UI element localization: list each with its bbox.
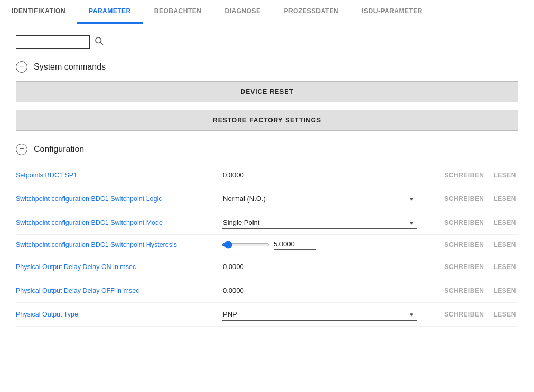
param-label-setpoints-bdc1-sp1: Setpoints BDC1 SP1 xyxy=(16,171,217,179)
configuration-header: − Configuration xyxy=(16,144,518,155)
schreiben-link-physical-delay-on[interactable]: SCHREIBEN xyxy=(442,263,486,271)
schreiben-link-switchpoint-config-hysteresis[interactable]: SCHREIBEN xyxy=(442,241,486,248)
param-label-physical-delay-off: Physical Output Delay Delay OFF in msec xyxy=(16,287,217,294)
param-row: Setpoints BDC1 SP1SCHREIBENLESEN xyxy=(16,164,518,187)
param-input-physical-delay-off[interactable] xyxy=(222,284,296,297)
search-button[interactable] xyxy=(93,35,105,49)
tab-prozessdaten[interactable]: PROZESSDATEN xyxy=(272,0,350,24)
configuration-title: Configuration xyxy=(34,145,84,154)
param-label-switchpoint-config-logic: Switchpoint configuration BDC1 Switchpoi… xyxy=(16,195,217,203)
param-row: Switchpoint configuration BDC1 Switchpoi… xyxy=(16,187,518,211)
schreiben-link-physical-delay-off[interactable]: SCHREIBEN xyxy=(442,287,486,294)
param-input-wrap-physical-delay-off xyxy=(222,284,437,297)
lesen-link-switchpoint-config-hysteresis[interactable]: LESEN xyxy=(491,241,518,248)
slider-wrap-switchpoint-config-hysteresis: 5.0000 xyxy=(222,240,316,250)
schreiben-link-switchpoint-config-mode[interactable]: SCHREIBEN xyxy=(442,219,486,226)
search-icon xyxy=(94,36,104,45)
param-row: Switchpoint configuration BDC1 Switchpoi… xyxy=(16,235,518,255)
param-row: Physical Output Delay Delay ON in msecSC… xyxy=(16,255,518,279)
lesen-link-setpoints-bdc1-sp1[interactable]: LESEN xyxy=(491,171,518,179)
tab-bar: IDENTIFIKATION PARAMETER BEOBACHTEN DIAG… xyxy=(0,0,534,24)
minus-icon-config: − xyxy=(19,145,24,153)
svg-line-1 xyxy=(100,42,102,44)
device-reset-button[interactable]: DEVICE RESET xyxy=(16,81,518,102)
select-wrap-switchpoint-config-logic: Normal (N.O.)Inverted (N.C.) xyxy=(222,193,417,205)
system-commands-title: System commands xyxy=(34,62,106,72)
param-select-switchpoint-config-mode[interactable]: Single PointWindow xyxy=(222,216,417,229)
lesen-link-switchpoint-config-logic[interactable]: LESEN xyxy=(491,195,518,203)
param-slider-switchpoint-config-hysteresis[interactable] xyxy=(222,243,269,246)
select-wrap-physical-output-type: PNPNPN xyxy=(222,308,417,321)
schreiben-link-setpoints-bdc1-sp1[interactable]: SCHREIBEN xyxy=(442,171,486,179)
main-content: − System commands DEVICE RESET RESTORE F… xyxy=(0,24,534,337)
schreiben-link-physical-output-type[interactable]: SCHREIBEN xyxy=(442,311,486,318)
system-commands-header: − System commands xyxy=(16,61,518,73)
param-rows: Setpoints BDC1 SP1SCHREIBENLESENSwitchpo… xyxy=(16,164,518,327)
tab-parameter[interactable]: PARAMETER xyxy=(77,0,143,24)
configuration-collapse-btn[interactable]: − xyxy=(16,144,27,155)
select-wrap-switchpoint-config-mode: Single PointWindow xyxy=(222,216,417,229)
tab-isdu-parameter[interactable]: ISDU-PARAMETER xyxy=(350,0,434,24)
param-row: Switchpoint configuration BDC1 Switchpoi… xyxy=(16,211,518,235)
param-row: Physical Output Delay Delay OFF in msecS… xyxy=(16,279,518,303)
tab-diagnose[interactable]: DIAGNOSE xyxy=(213,0,272,24)
param-input-wrap-physical-delay-on xyxy=(222,261,437,273)
param-input-wrap-switchpoint-config-mode: Single PointWindow xyxy=(222,216,437,229)
param-input-setpoints-bdc1-sp1[interactable] xyxy=(222,169,296,181)
param-select-physical-output-type[interactable]: PNPNPN xyxy=(222,308,417,321)
configuration-section: − Configuration Setpoints BDC1 SP1SCHREI… xyxy=(16,144,518,327)
lesen-link-switchpoint-config-mode[interactable]: LESEN xyxy=(491,219,518,226)
param-input-wrap-setpoints-bdc1-sp1 xyxy=(222,169,437,181)
search-input[interactable] xyxy=(16,35,90,49)
param-input-wrap-physical-output-type: PNPNPN xyxy=(222,308,437,321)
param-row: Physical Output TypePNPNPNSCHREIBENLESEN xyxy=(16,303,518,327)
param-label-switchpoint-config-mode: Switchpoint configuration BDC1 Switchpoi… xyxy=(16,219,217,226)
tab-beobachten[interactable]: BEOBACHTEN xyxy=(143,0,213,24)
tab-identifikation[interactable]: IDENTIFIKATION xyxy=(0,0,77,24)
lesen-link-physical-delay-off[interactable]: LESEN xyxy=(491,287,518,294)
restore-factory-button[interactable]: RESTORE FACTORY SETTINGS xyxy=(16,110,518,131)
param-label-physical-output-type: Physical Output Type xyxy=(16,311,217,318)
lesen-link-physical-output-type[interactable]: LESEN xyxy=(491,311,518,318)
param-input-wrap-switchpoint-config-hysteresis: 5.0000 xyxy=(222,240,437,250)
system-commands-collapse-btn[interactable]: − xyxy=(16,61,27,73)
param-input-physical-delay-on[interactable] xyxy=(222,261,296,273)
param-input-wrap-switchpoint-config-logic: Normal (N.O.)Inverted (N.C.) xyxy=(222,193,437,205)
slider-value-switchpoint-config-hysteresis: 5.0000 xyxy=(274,240,316,250)
lesen-link-physical-delay-on[interactable]: LESEN xyxy=(491,263,518,271)
param-label-switchpoint-config-hysteresis: Switchpoint configuration BDC1 Switchpoi… xyxy=(16,241,217,248)
param-select-switchpoint-config-logic[interactable]: Normal (N.O.)Inverted (N.C.) xyxy=(222,193,417,205)
search-bar xyxy=(16,35,518,49)
schreiben-link-switchpoint-config-logic[interactable]: SCHREIBEN xyxy=(442,195,486,203)
minus-icon: − xyxy=(19,62,24,71)
param-label-physical-delay-on: Physical Output Delay Delay ON in msec xyxy=(16,263,217,271)
